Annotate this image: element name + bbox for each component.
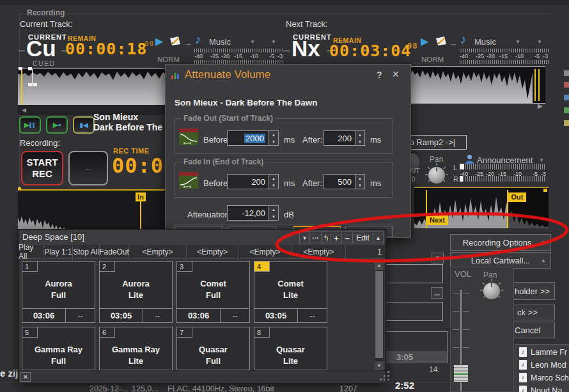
cart-tile[interactable]: 5 Gamma RayFull (22, 327, 95, 370)
list-item[interactable]: ♪ Marco Sch (519, 373, 569, 382)
cart-tile[interactable]: 2 AuroraLite 03:05-- (99, 261, 173, 323)
empty-page-button[interactable]: <Empty> (187, 245, 238, 258)
chevron-down-icon[interactable]: ▼ (515, 39, 520, 45)
envelope-handle[interactable] (28, 67, 32, 70)
play-pause-button[interactable]: ▶▌▌ (19, 116, 41, 134)
cart-number: 1 (22, 262, 38, 272)
fade-in-after-stepper[interactable]: ▲▼ (355, 174, 365, 189)
scroll-left-icon[interactable]: ◀ (22, 107, 26, 113)
envelope-handle[interactable] (28, 83, 32, 86)
stop-all-button[interactable]: Stop All (73, 245, 100, 258)
empty-page-button[interactable]: <Empty> (129, 245, 187, 258)
fadeout-button[interactable]: FadeOut (100, 245, 129, 258)
file-music-icon: ♪ (519, 360, 527, 370)
attenuation-input[interactable]: -12,00 (227, 205, 269, 221)
cart-tile[interactable]: 6 Gamma RayLite (99, 327, 173, 370)
edit-icon[interactable] (169, 36, 182, 49)
stop-icon: ■ (58, 123, 61, 127)
fade-out-before-stepper[interactable]: ▲▼ (269, 130, 279, 146)
recording-options-button[interactable]: Recording Options... ▼ (450, 234, 551, 251)
scroll-down-button[interactable]: ▼ (375, 361, 384, 370)
fade-in-after-input[interactable]: 500 (323, 174, 355, 189)
play-icon[interactable]: ▶ (155, 35, 163, 47)
playlist-row-duration: 3:05 (396, 352, 413, 362)
deck-current-remain-time: 00:00:18 (65, 40, 147, 58)
cart-title: Aurora (22, 278, 95, 290)
deck-current-category: Music (209, 37, 231, 47)
cart-tile[interactable]: 3 CometFull 03:06-- (176, 261, 250, 323)
list-item[interactable]: ♪ Leon Mod (519, 360, 566, 370)
attenuation-stepper[interactable]: ▲▼ (269, 205, 279, 221)
cartwall-collapse-button[interactable]: ▲ (373, 232, 383, 244)
empty-page-button[interactable]: <Empty> (238, 245, 292, 258)
marker-corner (18, 187, 21, 190)
cartwall-add-button[interactable]: + (331, 232, 341, 244)
out-marker-badge[interactable]: Out (508, 192, 526, 202)
chevron-down-icon[interactable]: ▼ (250, 39, 255, 45)
cart-tile[interactable]: 1 AuroraFull 03:06-- (22, 261, 95, 323)
close-icon[interactable]: ✕ (20, 372, 31, 382)
play-icon[interactable]: ▶ (421, 35, 428, 47)
play-cursor-icon[interactable]: ▶ (538, 102, 543, 109)
file-music-icon: ♪ (519, 386, 527, 392)
empty-page-button[interactable]: <Empty> (292, 245, 346, 258)
cartwall-scrollbar[interactable]: ▲ ▼ (375, 261, 384, 370)
play-1-1-button[interactable]: Play 1:1 (44, 245, 73, 258)
envelope-handle[interactable] (33, 83, 37, 86)
file-list-panel: ♪ Lamme Fr ♪ Leon Mod ♪ Marco Sch ♪ Noud… (515, 344, 569, 392)
rec-idle-button[interactable]: -- (68, 151, 108, 185)
cart-title: Comet (254, 278, 327, 290)
chevron-down-icon[interactable]: ▼ (271, 39, 276, 45)
play-all-button[interactable]: Play All (19, 245, 44, 258)
cart-tile[interactable]: 8 QuasarLite (254, 327, 327, 370)
level-meter-right (460, 176, 545, 182)
fade-out-after-input[interactable]: 200 (323, 130, 355, 146)
chevron-down-icon[interactable]: ▼ (537, 39, 542, 45)
fade-in-group-label: Fade In (End of Track) (181, 157, 266, 166)
play-next-button[interactable]: ▶■ (46, 116, 68, 134)
cartwall-remove-button[interactable]: − (341, 232, 352, 244)
start-rec-button[interactable]: START REC (21, 151, 63, 185)
scrollbar-thumb[interactable] (375, 271, 383, 358)
combo-dropdown-button[interactable]: ▼ (432, 253, 444, 263)
input-value: 2000 (244, 134, 265, 143)
cart-duration: 03:06 (177, 309, 221, 322)
cartwall-titlebar[interactable]: Deep Space [10] ▼ ··· ↰ + − Edit ▲ (19, 230, 386, 246)
vol-fader-handle[interactable] (453, 365, 469, 382)
chevron-down-icon[interactable]: ▼ (539, 157, 544, 163)
cart-title: Quasar (177, 344, 249, 356)
resize-grip[interactable] (380, 379, 382, 380)
cartwall-undo-button[interactable]: ↰ (321, 232, 331, 244)
current-waveform-seekbar[interactable] (18, 68, 168, 106)
recording-group-label: Recording (24, 8, 67, 17)
list-item[interactable]: ♪ Noud Na (519, 386, 562, 392)
fade-in-after-label: After: (302, 178, 322, 188)
file-music-icon: ♪ (519, 373, 527, 382)
pan-knob[interactable] (425, 162, 449, 189)
scroll-up-button[interactable]: ▲ (375, 261, 384, 270)
cart-duration: 03:05 (100, 309, 143, 322)
cart-duration: 03:05 (254, 309, 298, 322)
fade-out-after-stepper[interactable]: ▲▼ (355, 130, 365, 146)
fade-out-before-input[interactable]: 2000 (227, 130, 269, 146)
fade-in-before-stepper[interactable]: ▲▼ (269, 174, 279, 189)
fade-in-before-input[interactable]: 200 (227, 174, 269, 189)
skip-back-button[interactable]: ▮◀ (73, 116, 95, 134)
cart-number: 5 (22, 327, 38, 338)
cart-tile[interactable]: 7 QuasarFull (176, 327, 250, 370)
cartwall-edit-button[interactable]: Edit (352, 232, 373, 244)
cartwall-dropdown-button[interactable]: ▼ (299, 232, 309, 244)
browse-button[interactable]: ... (431, 287, 443, 299)
close-icon[interactable]: ✕ (392, 69, 400, 79)
record-waveform[interactable]: In (18, 189, 165, 230)
pan-knob[interactable] (479, 278, 504, 305)
cartwall-more-button[interactable]: ··· (309, 232, 321, 244)
in-marker-badge[interactable]: In (136, 192, 146, 201)
next-marker-badge[interactable]: Next (426, 216, 448, 225)
announcement-waveform[interactable]: Next Out (414, 187, 549, 228)
envelope-handle[interactable] (19, 67, 22, 70)
edit-icon[interactable] (435, 36, 448, 49)
cart-tile-selected[interactable]: 4 CometLite 03:05-- (254, 261, 327, 323)
help-button[interactable]: ? (377, 70, 382, 80)
list-item[interactable]: ♪ Lamme Fr (519, 347, 567, 357)
